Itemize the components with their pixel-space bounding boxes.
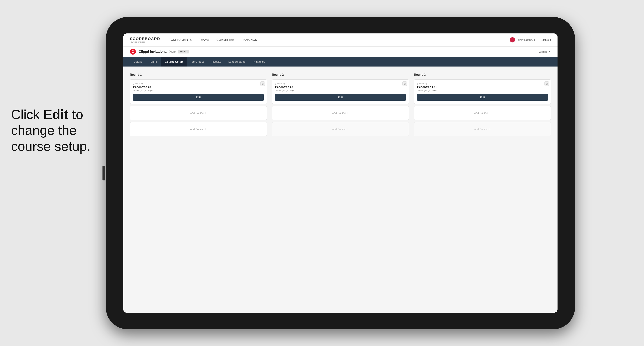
round-1-course-card: ⊡ (Course A) Peachtree GC Yellow (M) (66… [130,79,267,104]
round-3-add-label-1: Add Course [474,112,488,115]
round-3-add-label-2: Add Course [474,128,488,131]
tab-results-label: Results [212,60,221,63]
tournament-tag: (Men) [169,50,176,53]
tab-course-setup-label: Course Setup [165,60,183,63]
round-3-add-course-1[interactable]: Add Course + [414,106,551,120]
round-2-add-course-text-1: Add Course + [332,111,348,115]
logo-area: SCOREBOARD Powered by clippd [130,37,160,43]
round-3-column: Round 3 ⊡ (Course A) Peachtree GC Yellow… [414,73,551,138]
tablet-side-button [102,166,105,180]
logo-sub: Powered by clippd [130,41,160,43]
round-3-add-course-text-1: Add Course + [474,111,490,115]
round-3-delete-button[interactable]: ⊡ [544,81,549,86]
sub-nav: Details Teams Course Setup Tee Groups Re… [123,57,558,66]
round-2-title: Round 2 [272,73,409,76]
nav-committee[interactable]: COMMITTEE [216,38,234,41]
round-2-add-course-1[interactable]: Add Course + [272,106,409,120]
round-1-add-course-text-2: Add Course + [190,128,206,131]
round-2-course-details: Yellow (M) (6629 yds) [275,89,406,92]
hosting-badge: Hosting [178,50,189,53]
cancel-label: Cancel [539,50,548,53]
top-nav: SCOREBOARD Powered by clippd TOURNAMENTS… [123,33,558,47]
round-1-add-course-text-1: Add Course + [190,111,206,115]
nav-right: blair@clippd.io | Sign out [510,37,551,42]
round-1-add-course-1[interactable]: Add Course + [130,106,267,120]
tab-details[interactable]: Details [130,57,146,66]
round-2-add-label-1: Add Course [332,112,346,115]
tournament-logo-letter: C [132,50,134,54]
cancel-icon: ✕ [548,50,551,53]
plus-icon-6: + [489,128,490,131]
round-2-column: Round 2 ⊡ (Course A) Peachtree GC Yellow… [272,73,409,138]
tab-printables-label: Printables [253,60,265,63]
delete-icon: ⊡ [262,82,264,85]
nav-links: TOURNAMENTS TEAMS COMMITTEE RANKINGS [169,38,510,41]
tab-leaderboards[interactable]: Leaderboards [225,57,249,66]
round-1-course-name: Peachtree GC [133,85,264,89]
tab-tee-groups-label: Tee Groups [190,60,204,63]
round-1-delete-button[interactable]: ⊡ [260,81,265,86]
round-3-title: Round 3 [414,73,551,76]
cancel-button[interactable]: Cancel ✕ [539,50,551,53]
nav-tournaments[interactable]: TOURNAMENTS [169,38,192,41]
round-2-edit-button[interactable]: Edit [275,94,406,101]
rounds-container: Round 1 ⊡ (Course A) Peachtree GC Yellow… [130,73,551,138]
tab-details-label: Details [134,60,142,63]
round-1-column: Round 1 ⊡ (Course A) Peachtree GC Yellow… [130,73,267,138]
round-1-edit-button[interactable]: Edit [133,94,264,101]
annotation-bold: Edit [44,107,68,122]
delete-icon-2: ⊡ [404,82,406,85]
sign-out-link[interactable]: Sign out [542,38,551,41]
round-2-course-card: ⊡ (Course A) Peachtree GC Yellow (M) (66… [272,79,409,104]
nav-teams[interactable]: TEAMS [199,38,209,41]
main-content: Round 1 ⊡ (Course A) Peachtree GC Yellow… [123,66,558,313]
user-avatar [510,37,515,42]
round-2-add-label-2: Add Course [332,128,346,131]
round-3-add-course-text-2: Add Course + [474,128,490,131]
round-3-course-card: ⊡ (Course A) Peachtree GC Yellow (M) (66… [414,79,551,104]
tab-teams[interactable]: Teams [146,57,161,66]
round-1-course-details: Yellow (M) (6629 yds) [133,89,264,92]
tab-printables[interactable]: Printables [249,57,269,66]
tab-results[interactable]: Results [208,57,225,66]
tournament-name: Clippd Invitational [139,50,168,54]
tournament-logo: C [130,49,136,55]
round-1-title: Round 1 [130,73,267,76]
round-2-add-course-text-2: Add Course + [332,128,348,131]
user-email: blair@clippd.io [518,38,535,41]
round-2-delete-button[interactable]: ⊡ [402,81,407,86]
plus-icon-3: + [347,111,348,115]
logo-scoreboard: SCOREBOARD [130,37,160,41]
round-3-course-details: Yellow (M) (6629 yds) [417,89,548,92]
plus-icon-2: + [205,128,206,131]
plus-icon-1: + [205,111,206,115]
round-3-edit-button[interactable]: Edit [417,94,548,101]
nav-separator: | [538,38,538,41]
plus-icon-4: + [347,128,348,131]
tab-course-setup[interactable]: Course Setup [161,57,186,66]
round-1-course-label: (Course A) [133,82,264,85]
tab-tee-groups[interactable]: Tee Groups [186,57,208,66]
annotation-text: Click Edit to change the course setup. [11,107,118,154]
tab-teams-label: Teams [150,60,158,63]
round-2-add-course-2: Add Course + [272,122,409,136]
delete-icon-3: ⊡ [546,82,548,85]
tournament-bar: C Clippd Invitational (Men) Hosting Canc… [123,47,558,57]
nav-rankings[interactable]: RANKINGS [242,38,257,41]
round-1-add-course-2[interactable]: Add Course + [130,122,267,136]
round-3-add-course-2: Add Course + [414,122,551,136]
tablet-screen: SCOREBOARD Powered by clippd TOURNAMENTS… [123,33,558,313]
plus-icon-5: + [489,111,490,115]
round-1-add-label-2: Add Course [190,128,204,131]
tab-leaderboards-label: Leaderboards [228,60,246,63]
round-1-add-label-1: Add Course [190,112,204,115]
round-3-course-name: Peachtree GC [417,85,548,89]
round-2-course-name: Peachtree GC [275,85,406,89]
round-2-course-label: (Course A) [275,82,406,85]
round-3-course-label: (Course A) [417,82,548,85]
tablet-shell: SCOREBOARD Powered by clippd TOURNAMENTS… [106,17,575,329]
